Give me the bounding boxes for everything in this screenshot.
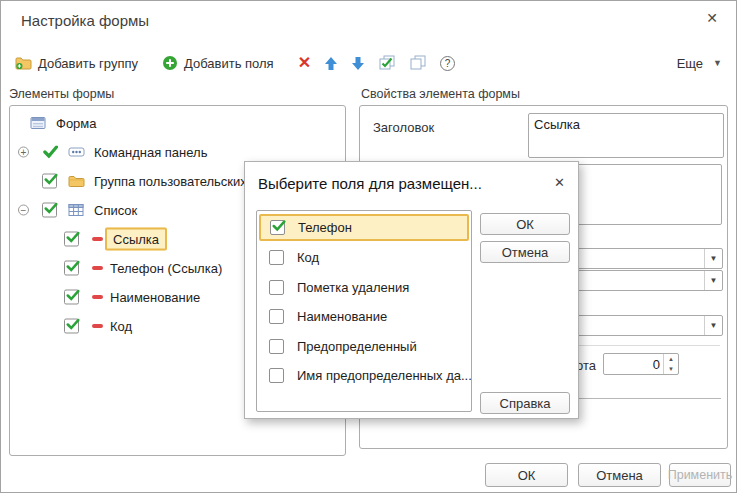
dialog-close-icon[interactable]: ✕ <box>554 175 565 190</box>
window-title: Настройка формы <box>21 12 149 29</box>
tree-item-form[interactable]: Форма <box>10 108 345 137</box>
add-fields-button[interactable]: Добавить поля <box>162 55 274 71</box>
list-item-label: Предопределенный <box>297 339 417 354</box>
move-up-icon[interactable] <box>324 56 338 71</box>
visibility-check-icon[interactable] <box>43 145 58 158</box>
expander-minus-icon[interactable]: − <box>18 204 29 215</box>
more-label: Еще <box>677 56 703 71</box>
dialog-cancel-button[interactable]: Отмена <box>480 241 570 263</box>
delete-icon[interactable]: ✕ <box>298 55 311 71</box>
expander-plus-icon[interactable]: + <box>18 146 29 157</box>
list-item-label: Имя предопределенных да... <box>297 368 472 383</box>
ok-button[interactable]: ОК <box>485 463 568 487</box>
checkbox-checked[interactable] <box>270 220 285 235</box>
table-icon <box>68 203 84 216</box>
list-item-name[interactable]: Наименование <box>257 302 471 332</box>
height-value-input[interactable] <box>608 354 660 374</box>
form-icon <box>30 116 46 129</box>
list-item-phone[interactable]: Телефон <box>259 214 469 241</box>
list-item-predefined[interactable]: Предопределенный <box>257 332 471 362</box>
checkbox-checked[interactable] <box>64 231 79 246</box>
combo-arrow-icon[interactable]: ▼ <box>704 271 722 290</box>
help-icon[interactable]: ? <box>440 56 455 71</box>
dialog-field-list: Телефон Код Пометка удаления Наименовани… <box>256 210 472 412</box>
combo-arrow-icon[interactable]: ▼ <box>704 249 722 268</box>
checkbox-unchecked[interactable] <box>269 250 284 265</box>
title-property-label: Заголовок <box>373 120 434 135</box>
tree-item-label: Группа пользовательских <box>94 173 247 188</box>
form-settings-window: Настройка формы ✕ Добавить группу Добави <box>0 0 737 493</box>
title-property-input[interactable]: Ссылка <box>528 113 724 158</box>
left-panel-header: Элементы формы <box>9 87 114 101</box>
list-item-predefined-data-name[interactable]: Имя предопределенных да... <box>257 361 471 391</box>
right-panel-header: Свойства элемента формы <box>361 87 520 101</box>
list-item-label: Пометка удаления <box>297 280 409 295</box>
checkbox-unchecked[interactable] <box>269 368 284 383</box>
dialog-title: Выберите поля для размещен... <box>258 175 482 192</box>
field-icon <box>92 324 103 328</box>
field-icon <box>92 295 103 299</box>
combo-arrow-icon[interactable]: ▼ <box>704 316 722 335</box>
tree-item-label: Наименование <box>110 289 200 304</box>
list-item-label: Телефон <box>298 220 352 235</box>
add-fields-icon <box>162 55 178 71</box>
height-stepper[interactable]: ▲ ▼ <box>603 353 679 375</box>
more-dropdown-arrow-icon: ▼ <box>713 58 722 68</box>
select-fields-dialog: Выберите поля для размещен... ✕ Телефон … <box>244 161 579 419</box>
move-down-icon[interactable] <box>351 56 365 71</box>
checkbox-checked[interactable] <box>64 260 79 275</box>
list-item-code[interactable]: Код <box>257 243 471 273</box>
field-icon <box>92 237 103 241</box>
field-icon <box>92 266 103 270</box>
checkbox-unchecked[interactable] <box>269 339 284 354</box>
checkbox-checked[interactable] <box>42 202 57 217</box>
checkbox-checked[interactable] <box>64 289 79 304</box>
command-bar-icon <box>68 147 85 157</box>
dialog-ok-button[interactable]: ОК <box>480 213 570 235</box>
tree-item-label: Код <box>110 318 132 333</box>
checkbox-checked[interactable] <box>64 318 79 333</box>
tree-item-label: Командная панель <box>94 144 207 159</box>
tree-item-label: Форма <box>56 115 97 130</box>
selected-tree-item-label[interactable]: Ссылка <box>105 227 167 250</box>
tree-item-label: Телефон (Ссылка) <box>110 260 222 275</box>
dialog-help-button[interactable]: Справка <box>480 392 570 414</box>
cancel-button[interactable]: Отмена <box>578 463 661 487</box>
toolbar: Добавить группу Добавить поля ✕ <box>15 51 722 75</box>
uncheck-all-icon[interactable] <box>409 55 427 71</box>
window-close-icon[interactable]: ✕ <box>706 10 718 26</box>
add-group-button[interactable]: Добавить группу <box>15 56 138 71</box>
folder-icon <box>68 174 85 187</box>
spin-up-icon[interactable]: ▲ <box>664 354 678 364</box>
check-all-icon[interactable] <box>378 55 396 71</box>
apply-button-disabled: Применить <box>669 463 731 487</box>
list-item-label: Наименование <box>297 309 387 324</box>
list-item-label: Код <box>297 250 319 265</box>
checkbox-checked[interactable] <box>42 173 57 188</box>
add-group-icon <box>15 56 32 70</box>
tree-item-label: Список <box>94 202 137 217</box>
more-button[interactable]: Еще ▼ <box>677 56 722 71</box>
checkbox-unchecked[interactable] <box>269 309 284 324</box>
add-group-label: Добавить группу <box>38 56 138 71</box>
spin-down-icon[interactable]: ▼ <box>664 364 678 374</box>
add-fields-label: Добавить поля <box>184 56 274 71</box>
list-item-deletion-mark[interactable]: Пометка удаления <box>257 273 471 303</box>
checkbox-unchecked[interactable] <box>269 280 284 295</box>
